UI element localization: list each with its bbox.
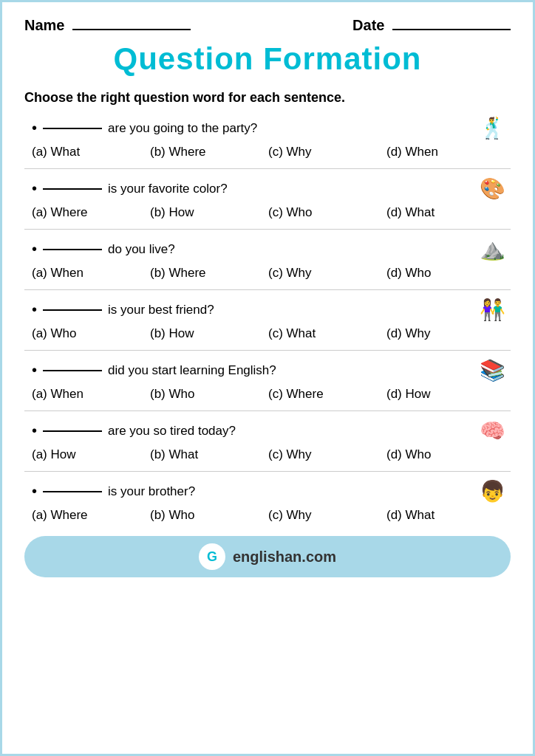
questions-container: • are you going to the party? 🕺 (a) What… (24, 116, 511, 523)
option-1-0[interactable]: (a) What (32, 145, 150, 159)
option-2-0[interactable]: (a) Where (32, 205, 150, 220)
blank-1 (43, 128, 102, 129)
question-text-7: is your brother? (108, 484, 468, 499)
options-row-7: (a) Where(b) Who(c) Why(d) What (24, 508, 511, 523)
question-block-4: • is your best friend? 👫 (a) Who(b) How(… (24, 298, 511, 351)
question-text-2: is your favorite color? (108, 182, 468, 196)
question-icon-7: 👦 (474, 479, 511, 504)
question-icon-3: ⛰️ (474, 237, 511, 261)
options-row-3: (a) When(b) Where(c) Why(d) Who (24, 266, 511, 281)
date-underline (392, 29, 511, 30)
blank-4 (43, 309, 102, 311)
option-3-1[interactable]: (b) Where (150, 266, 268, 281)
question-line-4: • is your best friend? 👫 (24, 298, 511, 322)
page-title: Question Formation (24, 41, 511, 77)
option-7-2[interactable]: (c) Why (268, 508, 386, 523)
question-line-7: • is your brother? 👦 (24, 479, 511, 504)
option-6-0[interactable]: (a) How (32, 447, 150, 462)
name-date-row: Name Date (24, 17, 511, 34)
question-line-6: • are you so tired today? 🧠 (24, 419, 511, 443)
bullet-7: • (32, 483, 37, 500)
blank-5 (43, 370, 102, 371)
options-row-4: (a) Who(b) How(c) What(d) Why (24, 326, 511, 341)
instruction-text: Choose the right question word for each … (24, 90, 511, 106)
footer-logo-letter: G (207, 549, 217, 565)
option-5-0[interactable]: (a) When (32, 387, 150, 402)
question-icon-5: 📚 (474, 358, 511, 382)
blank-2 (43, 188, 102, 190)
bullet-6: • (32, 422, 37, 439)
footer-text: englishan.com (233, 549, 336, 566)
blank-3 (43, 249, 102, 250)
footer-logo: G (199, 543, 225, 570)
blank-6 (43, 430, 102, 432)
question-block-1: • are you going to the party? 🕺 (a) What… (24, 116, 511, 169)
option-6-1[interactable]: (b) What (150, 447, 268, 462)
question-line-1: • are you going to the party? 🕺 (24, 116, 511, 140)
option-1-1[interactable]: (b) Where (150, 145, 268, 159)
bullet-1: • (32, 120, 37, 137)
option-3-0[interactable]: (a) When (32, 266, 150, 281)
question-block-5: • did you start learning English? 📚 (a) … (24, 358, 511, 411)
option-5-1[interactable]: (b) Who (150, 387, 268, 402)
option-2-3[interactable]: (d) What (386, 205, 505, 220)
footer: G englishan.com (24, 536, 511, 577)
bullet-2: • (32, 180, 37, 197)
date-label: Date (352, 17, 384, 33)
option-4-3[interactable]: (d) Why (386, 326, 505, 341)
bullet-3: • (32, 241, 37, 258)
question-block-7: • is your brother? 👦 (a) Where(b) Who(c)… (24, 479, 511, 523)
name-underline (72, 29, 191, 30)
question-text-6: are you so tired today? (108, 424, 468, 439)
option-7-1[interactable]: (b) Who (150, 508, 268, 523)
option-4-0[interactable]: (a) Who (32, 326, 150, 341)
question-icon-2: 🎨 (474, 176, 511, 201)
question-icon-6: 🧠 (474, 419, 511, 443)
option-5-3[interactable]: (d) How (386, 387, 505, 402)
option-2-2[interactable]: (c) Who (268, 205, 386, 220)
question-block-2: • is your favorite color? 🎨 (a) Where(b)… (24, 176, 511, 230)
option-6-3[interactable]: (d) Who (386, 447, 505, 462)
question-block-6: • are you so tired today? 🧠 (a) How(b) W… (24, 419, 511, 472)
question-line-3: • do you live? ⛰️ (24, 237, 511, 261)
question-text-5: did you start learning English? (108, 363, 468, 378)
option-6-2[interactable]: (c) Why (268, 447, 386, 462)
option-5-2[interactable]: (c) Where (268, 387, 386, 402)
question-text-1: are you going to the party? (108, 121, 468, 136)
question-text-4: is your best friend? (108, 303, 468, 317)
options-row-6: (a) How(b) What(c) Why(d) Who (24, 447, 511, 462)
option-4-2[interactable]: (c) What (268, 326, 386, 341)
question-block-3: • do you live? ⛰️ (a) When(b) Where(c) W… (24, 237, 511, 290)
name-label: Name (24, 17, 64, 33)
option-7-3[interactable]: (d) What (386, 508, 505, 523)
options-row-1: (a) What(b) Where(c) Why(d) When (24, 145, 511, 159)
option-1-3[interactable]: (d) When (386, 145, 505, 159)
question-icon-4: 👫 (474, 298, 511, 322)
bullet-5: • (32, 362, 37, 379)
option-4-1[interactable]: (b) How (150, 326, 268, 341)
option-3-2[interactable]: (c) Why (268, 266, 386, 281)
question-line-2: • is your favorite color? 🎨 (24, 176, 511, 201)
name-field: Name (24, 17, 191, 34)
question-icon-1: 🕺 (474, 116, 511, 140)
bullet-4: • (32, 301, 37, 318)
date-field: Date (352, 17, 511, 34)
worksheet-page: Name Date Question Formation Choose the … (0, 0, 535, 756)
option-1-2[interactable]: (c) Why (268, 145, 386, 159)
blank-7 (43, 491, 102, 492)
option-3-3[interactable]: (d) Who (386, 266, 505, 281)
option-7-0[interactable]: (a) Where (32, 508, 150, 523)
options-row-2: (a) Where(b) How(c) Who(d) What (24, 205, 511, 220)
option-2-1[interactable]: (b) How (150, 205, 268, 220)
question-text-3: do you live? (108, 242, 468, 257)
options-row-5: (a) When(b) Who(c) Where(d) How (24, 387, 511, 402)
question-line-5: • did you start learning English? 📚 (24, 358, 511, 382)
